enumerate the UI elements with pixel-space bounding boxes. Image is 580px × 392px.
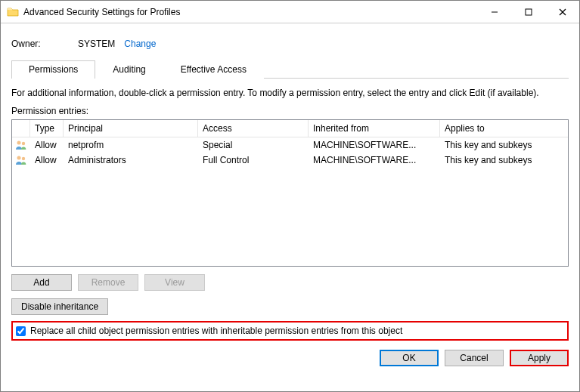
- svg-point-7: [22, 157, 25, 160]
- column-applies[interactable]: Applies to: [440, 120, 568, 137]
- view-button[interactable]: View: [144, 274, 205, 291]
- disable-inheritance-button[interactable]: Disable inheritance: [11, 298, 108, 315]
- svg-point-6: [17, 156, 21, 160]
- replace-child-label: Replace all child object permission entr…: [30, 326, 402, 336]
- maximize-button[interactable]: [511, 1, 545, 23]
- remove-button[interactable]: Remove: [78, 274, 138, 291]
- column-principal[interactable]: Principal: [64, 120, 198, 137]
- column-icon[interactable]: [12, 120, 30, 137]
- svg-point-5: [22, 142, 25, 145]
- cell-principal: netprofm: [64, 138, 198, 152]
- apply-button[interactable]: Apply: [510, 350, 569, 366]
- svg-rect-1: [526, 9, 532, 15]
- tab-auditing[interactable]: Auditing: [95, 60, 163, 79]
- minimize-button[interactable]: [477, 1, 511, 23]
- permission-row[interactable]: Allow netprofm Special MACHINE\SOFTWARE.…: [12, 137, 568, 153]
- cell-principal: Administrators: [64, 153, 198, 167]
- titlebar: Advanced Security Settings for Profiles: [1, 1, 579, 23]
- footer-buttons: OK Cancel Apply: [11, 350, 569, 366]
- close-button[interactable]: [545, 1, 579, 23]
- window-buttons: [477, 1, 579, 23]
- entry-button-row: Add Remove View: [11, 274, 569, 291]
- cell-inherited: MACHINE\SOFTWARE...: [309, 153, 440, 167]
- column-inherited[interactable]: Inherited from: [309, 120, 440, 137]
- cell-applies: This key and subkeys: [440, 138, 568, 152]
- users-icon: [12, 138, 30, 152]
- owner-row: Owner: SYSTEM Change: [11, 39, 569, 49]
- cell-type: Allow: [30, 138, 64, 152]
- svg-point-4: [17, 141, 21, 145]
- cell-type: Allow: [30, 153, 64, 167]
- permission-entries-label: Permission entries:: [11, 106, 569, 116]
- cell-applies: This key and subkeys: [440, 153, 568, 167]
- permission-row[interactable]: Allow Administrators Full Control MACHIN…: [12, 153, 568, 168]
- change-owner-link[interactable]: Change: [124, 39, 156, 49]
- owner-label: Owner:: [11, 39, 78, 49]
- tab-effective-access[interactable]: Effective Access: [163, 60, 264, 79]
- column-type[interactable]: Type: [30, 120, 64, 137]
- cancel-button[interactable]: Cancel: [445, 350, 504, 366]
- permission-grid: Type Principal Access Inherited from App…: [11, 119, 569, 267]
- column-access[interactable]: Access: [198, 120, 309, 137]
- ok-button[interactable]: OK: [380, 350, 439, 366]
- folder-icon: [7, 6, 19, 18]
- users-icon: [12, 153, 30, 167]
- replace-child-checkbox[interactable]: [16, 326, 26, 336]
- cell-inherited: MACHINE\SOFTWARE...: [309, 138, 440, 152]
- instruction-text: For additional information, double-click…: [11, 88, 569, 98]
- cell-access: Special: [198, 138, 309, 152]
- tab-bar: Permissions Auditing Effective Access: [11, 60, 569, 79]
- replace-checkbox-row: Replace all child object permission entr…: [11, 321, 569, 341]
- cell-access: Full Control: [198, 153, 309, 167]
- window-title: Advanced Security Settings for Profiles: [23, 7, 477, 17]
- add-button[interactable]: Add: [11, 274, 72, 291]
- owner-value: SYSTEM: [78, 39, 115, 49]
- grid-header: Type Principal Access Inherited from App…: [12, 120, 568, 137]
- tab-permissions[interactable]: Permissions: [11, 60, 95, 79]
- content-area: Owner: SYSTEM Change Permissions Auditin…: [1, 23, 579, 391]
- inheritance-row: Disable inheritance: [11, 298, 569, 315]
- grid-body[interactable]: Allow netprofm Special MACHINE\SOFTWARE.…: [12, 137, 568, 266]
- window: Advanced Security Settings for Profiles …: [0, 0, 580, 392]
